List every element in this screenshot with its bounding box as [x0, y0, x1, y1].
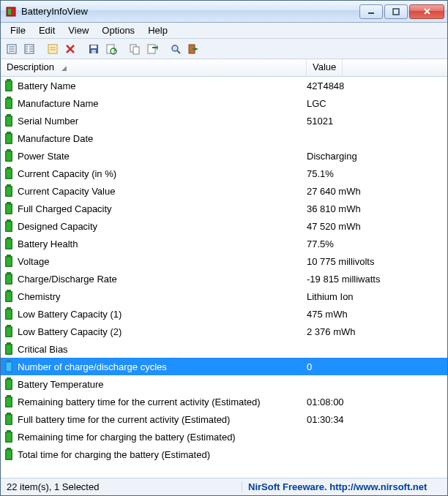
table-row[interactable]: Critical Bias [1, 340, 447, 358]
row-description: Designed Capacity [18, 221, 307, 232]
minimize-button[interactable] [359, 4, 383, 19]
table-row[interactable]: Voltage10 775 millivolts [1, 252, 447, 270]
svg-rect-43 [7, 132, 11, 133]
svg-rect-42 [7, 117, 12, 126]
column-value-label: Value [313, 61, 336, 72]
svg-rect-70 [7, 290, 11, 291]
table-row[interactable]: Remaining time for charging the battery … [1, 428, 447, 446]
properties-button[interactable] [45, 41, 61, 57]
table-row[interactable]: Power StateDischarging [1, 147, 447, 165]
svg-rect-24 [92, 50, 96, 53]
battery-icon [4, 290, 14, 303]
svg-rect-54 [7, 187, 12, 196]
row-value: Discharging [307, 151, 444, 162]
row-description: Voltage [18, 256, 307, 267]
row-description: Remaining battery time for the current a… [18, 397, 307, 407]
menubar: FileEditViewOptionsHelp [1, 23, 447, 39]
status-branding[interactable]: NirSoft Freeware. http://www.nirsoft.net [242, 481, 447, 492]
row-description: Battery Health [18, 238, 307, 249]
menu-view[interactable]: View [61, 23, 95, 37]
table-row[interactable]: Designed Capacity47 520 mWh [1, 217, 447, 235]
row-value: Lithium Ion [307, 291, 444, 302]
table-row[interactable]: Current Capacity Value27 640 mWh [1, 182, 447, 200]
table-row[interactable]: Full Charged Capacity36 810 mWh [1, 200, 447, 217]
window-title: BatteryInfoView [21, 6, 358, 17]
table-row[interactable]: Remaining battery time for the current a… [1, 393, 447, 410]
column-description[interactable]: Description ◢ [1, 59, 307, 76]
sort-indicator-icon: ◢ [61, 64, 67, 72]
statusbar: 22 item(s), 1 Selected NirSoft Freeware.… [1, 478, 447, 495]
table-row[interactable]: Full battery time for the current activi… [1, 410, 447, 428]
column-value[interactable]: Value [307, 59, 343, 76]
row-value: 10 775 millivolts [307, 256, 444, 267]
battery-icon [4, 237, 14, 250]
table-row[interactable]: Manufacture Date [1, 129, 447, 147]
table-row[interactable]: Total time for charging the battery (Est… [1, 446, 447, 463]
battery-icon [4, 79, 14, 92]
menu-edit[interactable]: Edit [32, 23, 61, 37]
menu-options[interactable]: Options [95, 23, 141, 37]
view-details-button[interactable] [21, 41, 37, 57]
row-description: Remaining time for charging the battery … [18, 432, 307, 443]
table-row[interactable]: Battery Temperature [1, 375, 447, 393]
titlebar: BatteryInfoView [1, 1, 447, 23]
table-row[interactable]: Low Battery Capacity (1)475 mWh [1, 305, 447, 323]
copy-button[interactable] [127, 41, 143, 57]
row-description: Number of charge/discharge cycles [18, 361, 307, 372]
battery-icon [4, 395, 14, 408]
svg-rect-84 [7, 363, 12, 372]
export-button[interactable] [144, 41, 160, 57]
battery-icon [4, 167, 14, 180]
row-description: Chemistry [18, 291, 307, 302]
svg-rect-55 [7, 202, 11, 203]
row-description: Battery Temperature [18, 379, 307, 390]
exit-button[interactable] [185, 41, 201, 57]
svg-point-30 [172, 45, 178, 51]
row-description: Current Capacity (in %) [18, 168, 307, 179]
menu-help[interactable]: Help [141, 23, 174, 37]
row-value: 42T4848 [307, 80, 444, 91]
save-button[interactable] [86, 41, 102, 57]
table-row[interactable]: Current Capacity (in %)75.1% [1, 165, 447, 182]
svg-rect-69 [7, 275, 12, 284]
row-description: Low Battery Capacity (2) [18, 326, 307, 337]
row-description: Manufacture Name [18, 98, 307, 109]
close-button[interactable] [409, 4, 444, 19]
table-row[interactable]: Low Battery Capacity (2)2 376 mWh [1, 323, 447, 340]
table-row[interactable]: Serial Number51021 [1, 112, 447, 129]
svg-rect-46 [7, 149, 11, 151]
delete-button[interactable] [62, 41, 78, 57]
battery-icon [4, 255, 14, 268]
table-row[interactable]: Number of charge/discharge cycles0 [1, 358, 447, 375]
svg-rect-39 [7, 99, 12, 108]
row-value: -19 815 milliwatts [307, 274, 444, 285]
svg-rect-58 [7, 219, 11, 221]
column-description-label: Description [7, 61, 54, 72]
row-value: 75.1% [307, 168, 444, 179]
svg-rect-97 [7, 448, 11, 449]
table-row[interactable]: Battery Name42T4848 [1, 77, 447, 94]
svg-rect-37 [7, 97, 11, 98]
refresh-button[interactable] [103, 41, 119, 57]
row-value: 51021 [307, 116, 444, 127]
svg-rect-72 [7, 293, 12, 301]
table-row[interactable]: ChemistryLithium Ion [1, 288, 447, 305]
svg-rect-51 [7, 170, 12, 179]
maximize-button[interactable] [384, 4, 408, 19]
battery-icon [4, 413, 14, 426]
svg-rect-85 [7, 377, 11, 379]
battery-icon [4, 202, 14, 215]
table-row[interactable]: Charge/Discharge Rate-19 815 milliwatts [1, 270, 447, 288]
table-row[interactable]: Manufacture NameLGC [1, 94, 447, 112]
row-value: LGC [307, 98, 444, 109]
find-button[interactable] [168, 41, 184, 57]
table-row[interactable]: Battery Health77.5% [1, 235, 447, 252]
svg-rect-1 [8, 9, 11, 15]
listview[interactable]: Battery Name42T4848Manufacture NameLGCSe… [1, 77, 447, 478]
battery-icon [4, 219, 14, 233]
row-description: Power State [18, 151, 307, 162]
view-list-button[interactable] [4, 41, 20, 57]
svg-rect-96 [7, 433, 12, 442]
battery-icon [4, 360, 14, 373]
menu-file[interactable]: File [4, 23, 32, 37]
